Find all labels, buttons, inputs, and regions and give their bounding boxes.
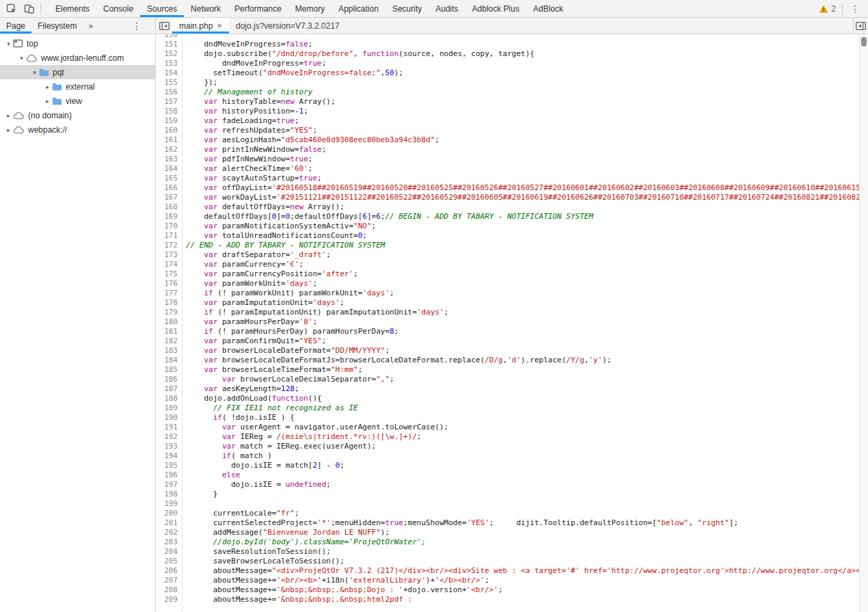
code-line-content[interactable]: dojo.isIE = match[2] - 0; — [182, 461, 344, 470]
tab-elements[interactable]: Elements — [49, 0, 96, 17]
hide-navigator-icon[interactable] — [156, 18, 172, 34]
line-number[interactable]: 163 — [156, 155, 182, 164]
code-line-content[interactable]: var browserLocaleDecimalSeparator=","; — [182, 375, 394, 384]
code-line-content[interactable]: var aesLoginHash="d5cab460e8d9308eec80be… — [182, 135, 439, 145]
code-line-content[interactable]: if (! paramImputationUnit) paramImputati… — [182, 308, 448, 317]
tab-performance[interactable]: Performance — [228, 0, 288, 17]
line-number[interactable]: 200 — [156, 509, 182, 518]
line-number[interactable]: 165 — [156, 174, 182, 183]
code-line-content[interactable]: var paramWorkUnit='days'; — [182, 279, 317, 289]
line-number[interactable]: 199 — [156, 499, 182, 509]
line-number[interactable]: 192 — [156, 432, 182, 442]
navigator-tab-filesystem[interactable]: Filesystem — [31, 18, 83, 34]
code-line-content[interactable]: var totalUnreadNotificationsCount=0; — [182, 231, 367, 241]
line-number[interactable]: 152 — [156, 49, 182, 59]
tab-application[interactable]: Application — [331, 0, 385, 17]
line-number[interactable]: 178 — [156, 298, 182, 308]
chevron-collapsed-icon[interactable]: ▸ — [43, 83, 52, 90]
main-menu-icon[interactable]: ⋮ — [845, 3, 865, 14]
navigator-menu-icon[interactable]: ⋮ — [126, 21, 147, 31]
code-line-content[interactable]: aboutMessage+='<br/><b>'+i18n('externalL… — [182, 576, 489, 585]
code-line-content[interactable]: var match = IEReg.exec(userAgent); — [182, 442, 376, 451]
line-number[interactable]: 166 — [156, 183, 182, 193]
code-line-content[interactable] — [182, 499, 186, 509]
line-number[interactable]: 154 — [156, 68, 182, 78]
code-line-content[interactable]: defaultOffDays[0]=0;defaultOffDays[6]=6;… — [182, 212, 593, 222]
code-line-content[interactable]: var alertCheckTime='60'; — [182, 164, 312, 174]
line-number[interactable]: 174 — [156, 260, 182, 269]
code-line-content[interactable]: var paramNotificationSystemActiv="NO"; — [182, 222, 376, 231]
warning-badge[interactable]: 2 — [815, 4, 840, 14]
code-line-content[interactable]: var scaytAutoStartup=true; — [182, 174, 322, 183]
chevron-collapsed-icon[interactable]: ▸ — [4, 112, 13, 119]
line-number[interactable]: 157 — [156, 97, 182, 107]
line-number[interactable]: 180 — [156, 317, 182, 327]
show-debugger-sidebar-icon[interactable] — [853, 18, 868, 34]
code-line-content[interactable]: var userAgent = navigator.userAgent.toLo… — [182, 423, 448, 432]
line-number[interactable]: 156 — [156, 88, 182, 97]
chevron-expanded-icon[interactable]: ▾ — [4, 40, 13, 47]
line-number[interactable]: 209 — [156, 595, 182, 604]
code-line-content[interactable] — [182, 34, 186, 40]
code-line-content[interactable]: dojo.addOnLoad(function(){ — [182, 394, 322, 403]
code-line-content[interactable]: else — [182, 470, 240, 480]
code-line-content[interactable]: var historyTable=new Array(); — [182, 97, 336, 107]
code-line-content[interactable]: dndMoveInProgress=true; — [182, 59, 326, 68]
line-number[interactable]: 195 — [156, 461, 182, 470]
code-line-content[interactable]: var paramHoursPerDay='8'; — [182, 317, 317, 327]
line-number[interactable]: 169 — [156, 212, 182, 222]
tab-sources[interactable]: Sources — [140, 0, 184, 17]
scrollbar-thumb[interactable] — [861, 37, 867, 46]
line-number[interactable]: 161 — [156, 135, 182, 145]
line-number[interactable]: 181 — [156, 327, 182, 336]
line-number[interactable]: 190 — [156, 413, 182, 423]
code-line-content[interactable]: if (! paramHoursPerDay) paramHoursPerDay… — [182, 327, 398, 336]
line-number[interactable]: 191 — [156, 423, 182, 432]
code-line-content[interactable]: var browserLocaleDateFormatJs=browserLoc… — [182, 356, 612, 365]
line-number[interactable]: 172 — [156, 241, 182, 250]
code-line-content[interactable]: if( !dojo.isIE ) { — [182, 413, 295, 423]
line-number[interactable]: 187 — [156, 384, 182, 394]
code-line-content[interactable]: var workDayList='#20151121##20151122##20… — [182, 193, 859, 202]
chevron-collapsed-icon[interactable]: ▸ — [4, 127, 13, 133]
line-number[interactable]: 173 — [156, 250, 182, 260]
code-line-content[interactable]: var paramCurrency='€'; — [182, 260, 303, 269]
line-number[interactable]: 183 — [156, 346, 182, 356]
editor-scrollbar[interactable] — [859, 34, 868, 612]
code-line-content[interactable]: } — [182, 490, 217, 499]
editor-tab-main-php[interactable]: main.php× — [172, 18, 229, 34]
line-number[interactable]: 158 — [156, 107, 182, 116]
line-number[interactable]: 160 — [156, 126, 182, 135]
code-line-content[interactable]: var paramImputationUnit='days'; — [182, 298, 344, 308]
code-line-content[interactable]: aboutMessage+='&nbsp;&nbsp;.&nbsp;html2p… — [182, 595, 417, 604]
code-line-content[interactable]: // Management of history — [182, 88, 312, 97]
device-toolbar-icon[interactable] — [21, 1, 38, 17]
code-line-content[interactable]: var printInNewWindow=false; — [182, 145, 326, 155]
line-number[interactable]: 150 — [156, 34, 182, 40]
code-line-content[interactable]: dndMoveInProgress=false; — [182, 40, 312, 49]
line-number[interactable]: 162 — [156, 145, 182, 155]
line-number[interactable]: 168 — [156, 202, 182, 212]
line-number[interactable]: 170 — [156, 222, 182, 231]
line-number[interactable]: 175 — [156, 269, 182, 279]
line-number[interactable]: 202 — [156, 528, 182, 537]
code-line-content[interactable]: var refreshUpdates="YES"; — [182, 126, 317, 135]
line-number[interactable]: 194 — [156, 451, 182, 461]
code-editor[interactable]: 150151 dndMoveInProgress=false;152 dojo.… — [156, 34, 859, 612]
line-number[interactable]: 188 — [156, 394, 182, 403]
line-number[interactable]: 177 — [156, 289, 182, 298]
tree-item-view[interactable]: ▸view — [0, 94, 155, 108]
line-number[interactable]: 203 — [156, 537, 182, 547]
line-number[interactable]: 206 — [156, 566, 182, 576]
code-line-content[interactable]: var defaultOffDays=new Array(); — [182, 202, 344, 212]
tab-security[interactable]: Security — [385, 0, 429, 17]
line-number[interactable]: 155 — [156, 78, 182, 88]
line-number[interactable]: 159 — [156, 116, 182, 126]
line-number[interactable]: 189 — [156, 403, 182, 413]
code-line-content[interactable]: if (! paramWorkUnit) paramWorkUnit='days… — [182, 289, 394, 298]
code-line-content[interactable]: var browserLocaleDateFormat="DD/MM/YYYY"… — [182, 346, 390, 356]
code-line-content[interactable]: // FIX IE11 not recognized as IE — [182, 403, 358, 413]
code-line-content[interactable]: var offDayList='#20160518##20160519##201… — [182, 183, 859, 193]
code-line-content[interactable]: var historyPosition=-1; — [182, 107, 308, 116]
code-line-content[interactable]: aboutMessage="<div>ProjeQtOr V7.3.2 (217… — [182, 566, 859, 576]
